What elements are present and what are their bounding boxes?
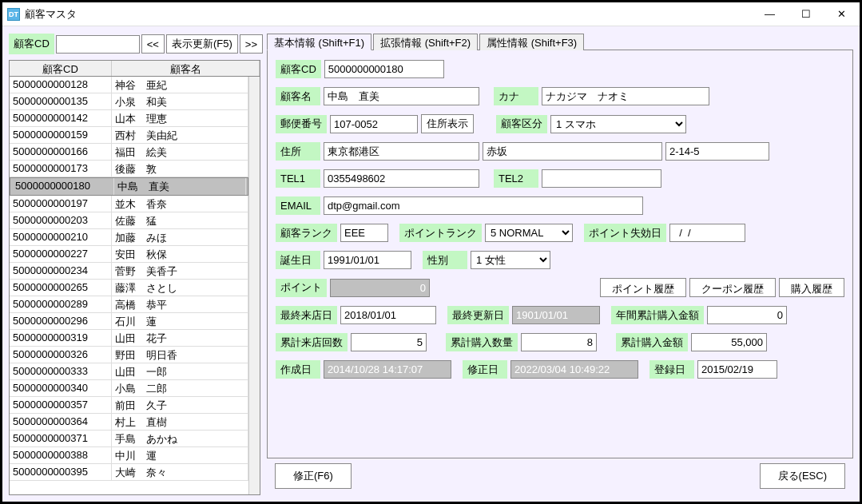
cell-cd: 5000000000210 — [10, 229, 112, 245]
tel2-field[interactable] — [542, 169, 661, 188]
search-cd-label: 顧客CD — [9, 34, 54, 54]
modified-value: 2022/03/04 10:49:22 — [510, 360, 638, 379]
name-label: 顧客名 — [276, 87, 320, 105]
purchase-history-button[interactable]: 購入履歴 — [779, 278, 844, 297]
cell-name: 山田 花子 — [112, 330, 248, 346]
table-row[interactable]: 5000000000395大崎 奈々 — [10, 464, 248, 481]
table-row[interactable]: 5000000000371手島 あかね — [10, 431, 248, 447]
ytotal-label: 年間累計購入金額 — [611, 306, 704, 324]
cell-cd: 5000000000173 — [10, 161, 112, 177]
table-row[interactable]: 5000000000265藤澤 さとし — [10, 280, 248, 296]
cell-cd: 5000000000142 — [10, 110, 112, 126]
zip-lookup-button[interactable]: 住所表示 — [421, 114, 474, 133]
table-row[interactable]: 5000000000173後藤 敦 — [10, 161, 248, 177]
cell-name: 高橋 恭平 — [112, 296, 248, 312]
grid-header-cd[interactable]: 顧客CD — [10, 61, 112, 76]
cd-field[interactable] — [324, 60, 444, 78]
tab-extended[interactable]: 拡張情報 (Shift+F2) — [373, 34, 478, 50]
zip-field[interactable] — [330, 115, 418, 133]
table-row[interactable]: 5000000000340小島 二郎 — [10, 380, 248, 397]
cell-name: 野田 明日香 — [112, 347, 248, 363]
tel1-label: TEL1 — [276, 169, 320, 188]
sex-select[interactable]: 1 女性 — [471, 251, 550, 269]
cell-name: 村上 直樹 — [112, 414, 248, 430]
rank-field[interactable] — [340, 224, 388, 242]
prank-label: ポイントランク — [399, 224, 482, 242]
addr2-field[interactable] — [483, 142, 662, 161]
cd-label: 顧客CD — [276, 60, 321, 78]
bcount-field[interactable] — [521, 333, 597, 351]
search-cd-input[interactable] — [56, 35, 140, 54]
tab-bar: 基本情報 (Shift+F1) 拡張情報 (Shift+F2) 属性情報 (Sh… — [267, 33, 853, 50]
table-row[interactable]: 5000000000166福田 絵美 — [10, 144, 248, 161]
next-button[interactable]: >> — [240, 34, 263, 54]
cell-cd: 5000000000227 — [10, 246, 112, 262]
prev-button[interactable]: << — [141, 34, 165, 54]
back-button[interactable]: 戻る(ESC) — [760, 463, 845, 489]
table-row[interactable]: 5000000000326野田 明日香 — [10, 347, 248, 363]
bottom-bar: 修正(F6) 戻る(ESC) — [267, 458, 853, 495]
cell-name: 神谷 亜紀 — [112, 77, 248, 93]
lvisit-field[interactable] — [340, 306, 436, 324]
cell-name: 小泉 和美 — [112, 93, 248, 109]
cell-name: 大崎 奈々 — [112, 464, 248, 480]
addr1-field[interactable] — [324, 142, 479, 161]
addr-label: 住所 — [276, 142, 320, 161]
ytotal-field[interactable] — [707, 306, 787, 324]
grid-scrollbar[interactable] — [248, 77, 260, 494]
prank-select[interactable]: 5 NORMAL — [485, 224, 573, 242]
kubun-select[interactable]: 1 スマホ — [550, 115, 686, 133]
coupon-history-button[interactable]: クーポン履歴 — [689, 278, 776, 297]
cell-name: 山田 一郎 — [112, 363, 248, 379]
table-row[interactable]: 5000000000289高橋 恭平 — [10, 296, 248, 313]
edit-button[interactable]: 修正(F6) — [275, 463, 352, 489]
cell-name: 小島 二郎 — [112, 380, 248, 396]
table-row[interactable]: 5000000000296石川 蓮 — [10, 313, 248, 330]
refresh-button[interactable]: 表示更新(F5) — [166, 34, 238, 54]
bday-label: 誕生日 — [276, 251, 320, 269]
email-field[interactable] — [324, 196, 643, 215]
table-row[interactable]: 5000000000388中川 運 — [10, 447, 248, 464]
bday-field[interactable] — [324, 251, 411, 269]
table-row[interactable]: 5000000000135小泉 和美 — [10, 93, 248, 110]
table-row[interactable]: 5000000000142山本 理恵 — [10, 110, 248, 127]
cell-cd: 5000000000333 — [10, 363, 112, 379]
app-window: DT 顧客マスタ — ☐ ✕ 顧客CD << 表示更新(F5) >> 顧客CD … — [2, 2, 860, 502]
table-row[interactable]: 5000000000210加藤 みほ — [10, 229, 248, 246]
cell-cd: 5000000000197 — [10, 196, 112, 212]
cell-name: 前田 久子 — [112, 397, 248, 413]
registered-field[interactable] — [697, 360, 777, 379]
table-row[interactable]: 5000000000197並木 香奈 — [10, 196, 248, 212]
bcount-label: 累計購入数量 — [446, 333, 518, 351]
pexp-field[interactable] — [669, 224, 745, 242]
minimize-button[interactable]: — — [752, 2, 788, 26]
table-row[interactable]: 5000000000180中島 直美 — [10, 177, 248, 196]
point-history-button[interactable]: ポイント履歴 — [600, 278, 686, 297]
cell-name: 西村 美由紀 — [112, 127, 248, 143]
table-row[interactable]: 5000000000357前田 久子 — [10, 397, 248, 414]
table-row[interactable]: 5000000000159西村 美由紀 — [10, 127, 248, 144]
tab-attributes[interactable]: 属性情報 (Shift+F3) — [479, 34, 584, 50]
table-row[interactable]: 5000000000234菅野 美香子 — [10, 263, 248, 280]
cell-cd: 5000000000128 — [10, 77, 112, 93]
cell-cd: 5000000000203 — [10, 212, 112, 228]
name-field[interactable] — [324, 87, 479, 105]
maximize-button[interactable]: ☐ — [788, 2, 824, 26]
point-value: 0 — [330, 279, 430, 297]
table-row[interactable]: 5000000000364村上 直樹 — [10, 414, 248, 431]
addr3-field[interactable] — [665, 142, 769, 161]
table-row[interactable]: 5000000000319山田 花子 — [10, 330, 248, 347]
close-button[interactable]: ✕ — [824, 2, 860, 26]
window-title: 顧客マスタ — [25, 7, 752, 22]
table-row[interactable]: 5000000000227安田 秋保 — [10, 246, 248, 263]
kana-field[interactable] — [542, 87, 709, 105]
table-row[interactable]: 5000000000333山田 一郎 — [10, 363, 248, 380]
registered-label: 登録日 — [649, 360, 694, 379]
btotal-field[interactable] — [691, 333, 767, 351]
table-row[interactable]: 5000000000128神谷 亜紀 — [10, 77, 248, 93]
tel1-field[interactable] — [324, 169, 479, 188]
table-row[interactable]: 5000000000203佐藤 猛 — [10, 212, 248, 229]
vcount-field[interactable] — [351, 333, 427, 351]
grid-header-name[interactable]: 顧客名 — [112, 61, 260, 76]
tab-basic[interactable]: 基本情報 (Shift+F1) — [267, 34, 371, 50]
